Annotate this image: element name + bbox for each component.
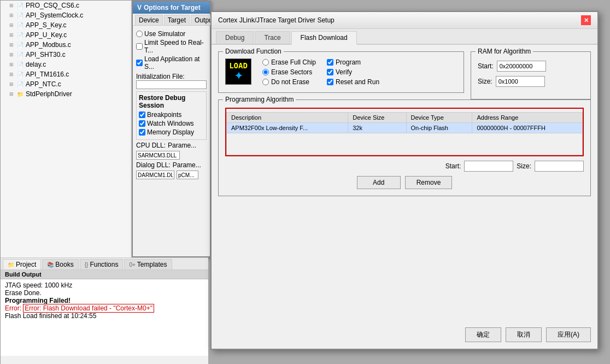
algorithm-table-container: Description Device Size Device Type Addr…	[225, 108, 584, 156]
do-not-erase-option[interactable]: Do not Erase	[262, 78, 316, 86]
use-simulator-radio[interactable]: Use Simulator	[136, 30, 207, 38]
tab-books[interactable]: 📚 Books	[42, 259, 78, 269]
table-row[interactable]: APM32F00x Low-density F... 32k On-chip F…	[227, 123, 583, 133]
templates-icon: 0+	[129, 262, 135, 268]
dialog-titlebar: Cortex JLink/JTrace Target Driver Setup …	[212, 12, 597, 29]
tab-trace[interactable]: Trace	[255, 31, 290, 44]
options-title-icon: V	[137, 4, 142, 11]
options-tab-device[interactable]: Device	[135, 15, 163, 25]
cell-description: APM32F00x Low-density F...	[227, 123, 348, 133]
cancel-button[interactable]: 取消	[506, 327, 542, 342]
programming-algorithm-group: Programming Algorithm Description Device…	[218, 99, 591, 196]
prog-size-input[interactable]	[535, 161, 584, 172]
cell-device-size: 32k	[348, 123, 406, 133]
breakpoints-check[interactable]: Breakpoints	[139, 111, 204, 119]
init-file-input[interactable]	[136, 80, 207, 89]
erase-full-chip-option[interactable]: Erase Full Chip	[262, 58, 316, 66]
project-icon: 📁	[8, 262, 14, 268]
load-icon: LOAD ✦	[225, 58, 251, 85]
dialog-param-input[interactable]: pCM...	[177, 171, 198, 179]
ram-size-input[interactable]	[496, 76, 545, 87]
table-row-empty	[227, 133, 583, 155]
options-dialog-title: Options for Target	[144, 4, 201, 11]
dialog-dll-row: Dialog DLL: Parame...	[136, 161, 207, 169]
dialog-content: Download Function LOAD ✦ Erase Full Chip	[212, 45, 597, 209]
file-tree: ⊞📄 PRO_CSQ_CS6.c ⊞📄 API_SystemClock.c ⊞📄…	[1, 1, 132, 257]
options-for-target-dialog[interactable]: V Options for Target Device Target Outpu…	[132, 1, 211, 257]
tab-templates[interactable]: 0+ Templates	[124, 259, 172, 269]
cpu-dll-input[interactable]: SARMCM3.DLL	[136, 151, 180, 160]
tab-flash-download[interactable]: Flash Download	[291, 31, 357, 45]
dialog-title: Cortex JLink/JTrace Target Driver Setup	[218, 16, 335, 24]
cell-address-range: 00000000H - 00007FFFH	[472, 123, 583, 133]
ram-size-row: Size:	[478, 76, 584, 87]
list-item[interactable]: ⊞📄 API_SHT30.c	[1, 50, 131, 60]
functions-icon: {}	[85, 262, 89, 268]
dialog-close-button[interactable]: ✕	[581, 15, 591, 25]
prog-size-label: Size:	[517, 162, 531, 170]
limit-speed-check[interactable]: Limit Speed to Real-T...	[136, 39, 207, 54]
dialog-dll-input[interactable]: DARMCM1.DLL	[136, 171, 174, 179]
restore-debug-section: Restore Debug Session Breakpoints Watch …	[136, 91, 207, 140]
list-item[interactable]: ⊞📄 APP_U_Key.c	[1, 30, 131, 40]
program-check[interactable]: Program	[327, 58, 379, 66]
options-dialog-titlebar: V Options for Target	[133, 2, 210, 14]
add-remove-buttons: Add Remove	[225, 176, 584, 189]
download-fn-content: LOAD ✦ Erase Full Chip Erase Sectors	[225, 58, 457, 86]
ide-background: ⊞📄 PRO_CSQ_CS6.c ⊞📄 API_SystemClock.c ⊞📄…	[0, 0, 208, 364]
col-device-size: Device Size	[348, 113, 406, 123]
options-content: Use Simulator Limit Speed to Real-T... L…	[133, 26, 210, 184]
build-line-4: Programming Failed!	[5, 297, 204, 304]
ok-button[interactable]: 确定	[465, 327, 501, 342]
reset-and-run-check[interactable]: Reset and Run	[327, 78, 379, 86]
top-groups: Download Function LOAD ✦ Erase Full Chip	[218, 51, 591, 99]
init-file-row: Initialization File:	[136, 73, 207, 89]
dialog-tabs-bar: Debug Trace Flash Download	[212, 29, 597, 45]
books-icon: 📚	[47, 262, 54, 268]
prog-algorithm-label: Programming Algorithm	[223, 96, 296, 103]
cortex-jlink-dialog[interactable]: Cortex JLink/JTrace Target Driver Setup …	[210, 11, 599, 350]
build-output-label: Build Output	[1, 270, 208, 279]
options-tab-target[interactable]: Target	[164, 15, 190, 25]
list-item[interactable]: ⊞📄 APP_Modbus.c	[1, 40, 131, 50]
build-line-6: Flash Load finished at 10:24:55	[5, 312, 204, 320]
tab-project[interactable]: 📁 Project	[3, 259, 41, 269]
remove-button[interactable]: Remove	[405, 176, 453, 189]
download-function-group: Download Function LOAD ✦ Erase Full Chip	[218, 51, 464, 93]
list-item[interactable]: ⊞📄 API_TM1616.c	[1, 69, 131, 79]
col-device-type: Device Type	[406, 113, 472, 123]
prog-start-row: Start: Size:	[445, 161, 584, 172]
col-address-range: Address Range	[472, 113, 583, 123]
ram-size-label: Size:	[478, 78, 492, 85]
verify-check[interactable]: Verify	[327, 68, 379, 76]
tab-functions[interactable]: {} Functions	[80, 259, 124, 269]
prog-bottom-row: Start: Size:	[225, 161, 584, 172]
cell-device-type: On-chip Flash	[406, 123, 472, 133]
options-dialog-tabs: Device Target Output	[133, 14, 210, 26]
watch-windows-check[interactable]: Watch Windows	[139, 120, 204, 127]
dialog-action-buttons: 确定 取消 应用(A)	[465, 327, 591, 342]
ram-algorithm-label: RAM for Algorithm	[476, 48, 533, 55]
tab-debug[interactable]: Debug	[216, 31, 254, 44]
list-item[interactable]: ⊞📄 API_SystemClock.c	[1, 10, 131, 20]
ram-for-algorithm-group: RAM for Algorithm Start: Size:	[471, 51, 591, 99]
list-item[interactable]: ⊞📄 delay.c	[1, 60, 131, 69]
load-app-check[interactable]: Load Application at S...	[136, 55, 207, 71]
list-item[interactable]: ⊞📁 StdPeriphDriver	[1, 89, 131, 99]
list-item[interactable]: ⊞📄 PRO_CSQ_CS6.c	[1, 1, 131, 10]
list-item[interactable]: ⊞📄 APP_NTC.c	[1, 79, 131, 89]
build-line-1: JTAG speed: 1000 kHz	[5, 281, 204, 289]
dialog-dll-value-row: DARMCM1.DLL pCM...	[136, 171, 207, 179]
apply-button[interactable]: 应用(A)	[546, 327, 591, 342]
prog-start-input[interactable]	[464, 161, 513, 172]
ram-start-label: Start:	[478, 62, 494, 70]
build-output-content: JTAG speed: 1000 kHz Erase Done. Program…	[1, 279, 208, 356]
list-item[interactable]: ⊞📄 APP_S_Key.c	[1, 20, 131, 30]
erase-sectors-option[interactable]: Erase Sectors	[262, 68, 316, 76]
ram-start-row: Start:	[478, 61, 584, 72]
add-button[interactable]: Add	[357, 176, 401, 189]
cpu-dll-row: CPU DLL: Parame...	[136, 142, 207, 149]
memory-display-check[interactable]: Memory Display	[139, 128, 204, 136]
ram-start-input[interactable]	[497, 61, 546, 72]
build-line-3: Erase Done.	[5, 289, 204, 297]
